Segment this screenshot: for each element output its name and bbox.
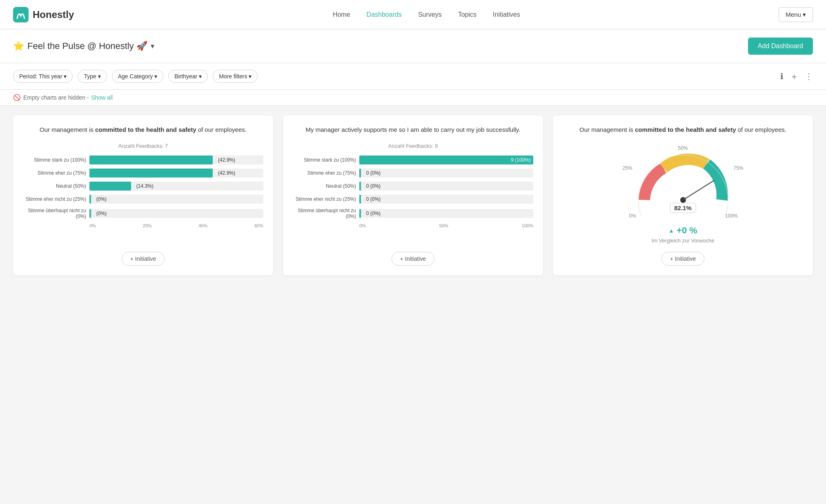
bar-label-4: Stimme eher nicht zu (25%): [23, 196, 86, 202]
info-icon[interactable]: ℹ: [780, 71, 784, 81]
bar-label-c2-3: Neutral (50%): [293, 183, 356, 189]
nav-links: Home Dashboards Surveys Topics Initiativ…: [333, 11, 520, 18]
bar-track-c2-4: 0 (0%): [359, 195, 533, 204]
nav-surveys[interactable]: Surveys: [418, 11, 442, 18]
bar-row-4: Stimme eher nicht zu (25%) (0%): [23, 195, 263, 204]
bar-row-c2-4: Stimme eher nicht zu (25%) 0 (0%): [293, 195, 533, 204]
card-1-feedback: Anzahl Feedbacks: 7: [23, 143, 263, 149]
menu-button[interactable]: Menu ▾: [779, 7, 813, 22]
type-filter[interactable]: Type ▾: [78, 70, 107, 83]
logo-text: Honestly: [33, 9, 74, 20]
bar-row-c2-2: Stimme eher zu (75%) 0 (0%): [293, 169, 533, 178]
bar-val-4: (0%): [95, 196, 107, 202]
bar-track-c2-2: 0 (0%): [359, 169, 533, 178]
card-2-bar-chart: Stimme stark zu (100%) 9 (100%) Stimme e…: [293, 155, 533, 244]
show-all-link[interactable]: Show all: [91, 94, 113, 101]
svg-line-3: [683, 180, 714, 200]
bar-val-c2-3: 0 (0%): [365, 183, 381, 189]
page-title-area: ⭐ Feel the Pulse @ Honestly 🚀 ▾: [13, 41, 154, 51]
bar-row-5: Stimme überhaupt nicht zu (0%) (0%): [23, 208, 263, 219]
gauge-change-value: +0 %: [677, 225, 697, 236]
gauge-label-50: 50%: [678, 145, 688, 151]
bar-fill-2: [89, 169, 213, 178]
card-2-initiative: + Initiative: [293, 244, 533, 266]
card-2-title: My manager actively supports me so I am …: [293, 125, 533, 135]
bar-row-3: Neutral (50%) (14.3%): [23, 182, 263, 191]
x-axis-2: 0%50%100%: [293, 223, 533, 228]
period-filter[interactable]: Period: This year ▾: [13, 70, 73, 83]
initiative-button-2[interactable]: + Initiative: [392, 252, 434, 266]
nav-home[interactable]: Home: [333, 11, 350, 18]
card-1-title: Our management is committed to the healt…: [23, 125, 263, 135]
initiative-button-3[interactable]: + Initiative: [661, 252, 704, 266]
gauge-label-100: 100%: [725, 213, 738, 219]
page-title: Feel the Pulse @ Honestly 🚀: [27, 41, 147, 51]
bar-label-2: Stimme eher zu (75%): [23, 170, 86, 176]
bar-track-3: (14.3%): [89, 182, 263, 191]
bar-fill-c2-3: [359, 182, 361, 191]
logo-icon: [13, 7, 29, 22]
bar-label-c2-2: Stimme eher zu (75%): [293, 170, 356, 176]
bar-val-3: (14.3%): [135, 183, 154, 189]
bar-row-2: Stimme eher zu (75%) (42.9%): [23, 169, 263, 178]
logo: Honestly: [13, 7, 74, 22]
bar-fill-1: [89, 155, 213, 164]
filter-action-icons: ℹ ＋ ⋮: [780, 71, 813, 82]
bar-row-1: Stimme stark zu (100%) (42.9%): [23, 155, 263, 164]
nav-initiatives[interactable]: Initiatives: [493, 11, 520, 18]
hidden-text: Empty charts are hidden -: [23, 94, 89, 101]
bar-label-3: Neutral (50%): [23, 183, 86, 189]
gauge-label-0: 0%: [629, 213, 636, 219]
bar-label-c2-5: Stimme überhaupt nicht zu (0%): [293, 208, 356, 219]
cards-grid: Our management is committed to the healt…: [0, 106, 826, 285]
bar-val-2: (42.9%): [216, 170, 235, 176]
bar-fill-c2-5: [359, 209, 361, 218]
more-options-icon[interactable]: ⋮: [805, 71, 813, 81]
dropdown-icon[interactable]: ▾: [151, 42, 154, 51]
gauge-label-75: 75%: [733, 165, 743, 171]
bar-val-5: (0%): [95, 211, 107, 216]
bar-row-c2-5: Stimme überhaupt nicht zu (0%) 0 (0%): [293, 208, 533, 219]
bar-track-4: (0%): [89, 195, 263, 204]
gauge-label-25: 25%: [623, 165, 632, 171]
bar-val-c2-1: 9 (100%): [511, 157, 531, 163]
gauge-change-sub: Im Vergleich zur Vorwoche: [652, 238, 715, 244]
bar-fill-c2-1: 9 (100%): [359, 155, 533, 164]
card-3-title: Our management is committed to the healt…: [563, 125, 803, 135]
bar-fill-4: [89, 195, 91, 204]
bar-track-1: (42.9%): [89, 155, 263, 164]
bar-row-c2-1: Stimme stark zu (100%) 9 (100%): [293, 155, 533, 164]
bar-track-c2-1: 9 (100%): [359, 155, 533, 164]
more-filters[interactable]: More filters ▾: [213, 70, 258, 83]
bar-track-2: (42.9%): [89, 169, 263, 178]
card-1-bar-chart: Stimme stark zu (100%) (42.9%) Stimme eh…: [23, 155, 263, 244]
age-category-filter[interactable]: Age Category ▾: [112, 70, 164, 83]
page-header: ⭐ Feel the Pulse @ Honestly 🚀 ▾ Add Dash…: [0, 29, 826, 63]
birthyear-filter[interactable]: Birthyear ▾: [168, 70, 208, 83]
x-axis-1: 0%20%40%60%: [23, 223, 263, 228]
bar-fill-c2-4: [359, 195, 361, 204]
bar-track-c2-5: 0 (0%): [359, 209, 533, 218]
card-3-initiative: + Initiative: [563, 244, 803, 266]
nav-dashboards[interactable]: Dashboards: [367, 11, 402, 18]
bar-label-c2-1: Stimme stark zu (100%): [293, 157, 356, 163]
initiative-button-1[interactable]: + Initiative: [122, 252, 165, 266]
bar-label-5: Stimme überhaupt nicht zu (0%): [23, 208, 86, 219]
card-3: Our management is committed to the healt…: [553, 115, 813, 275]
add-dashboard-button[interactable]: Add Dashboard: [748, 38, 813, 55]
gauge-container: 0% 25% 50% 75% 100% 82.1% ▲ +0 % Im Verg…: [563, 143, 803, 244]
hidden-charts-bar: 🚫 Empty charts are hidden - Show all: [0, 90, 826, 106]
add-icon[interactable]: ＋: [790, 71, 798, 82]
bar-fill-3: [89, 182, 131, 191]
bar-label-c2-4: Stimme eher nicht zu (25%): [293, 196, 356, 202]
bar-val-c2-2: 0 (0%): [365, 170, 381, 176]
nav-topics[interactable]: Topics: [458, 11, 476, 18]
bar-fill-5: [89, 209, 91, 218]
bar-val-c2-4: 0 (0%): [365, 196, 381, 202]
bar-label-1: Stimme stark zu (100%): [23, 157, 86, 163]
bar-track-5: (0%): [89, 209, 263, 218]
navbar: Honestly Home Dashboards Surveys Topics …: [0, 0, 826, 29]
eye-slash-icon: 🚫: [13, 94, 21, 101]
card-2: My manager actively supports me so I am …: [283, 115, 543, 275]
gauge-change: ▲ +0 %: [668, 225, 697, 236]
